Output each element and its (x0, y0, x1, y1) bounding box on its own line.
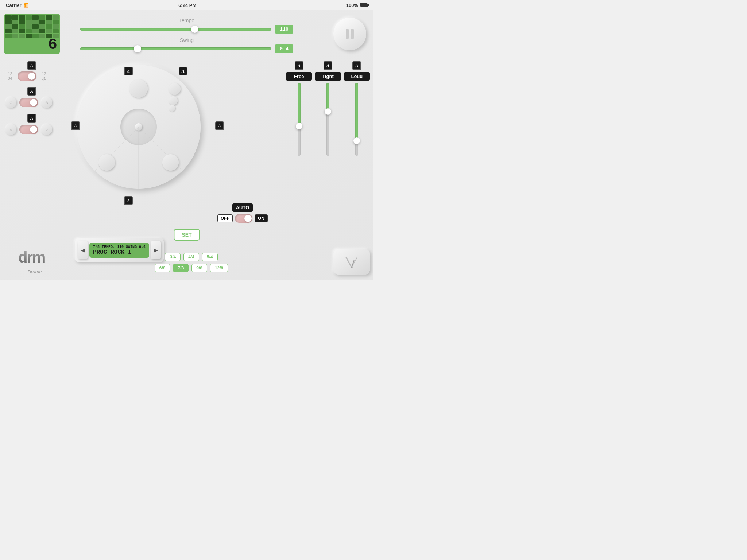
seq-cell[interactable] (12, 29, 19, 34)
loud-slider-track[interactable] (355, 83, 358, 156)
time-btn-9-8[interactable]: 9/8 (191, 264, 207, 272)
loud-column: A Loud (344, 61, 370, 156)
a-button-track3[interactable]: A (27, 114, 36, 122)
metronome-icon (342, 254, 361, 269)
svg-text:drm: drm (18, 249, 45, 266)
bottom-right-button[interactable] (333, 249, 370, 275)
app-background: 6 Tempo 110 Swing 0.4 A 1234 (0, 10, 374, 280)
a-button-bottom[interactable]: A (124, 196, 133, 205)
time-btn-12-8[interactable]: 12/8 (210, 264, 228, 272)
a-button-tight[interactable]: A (324, 61, 332, 70)
seq-cell[interactable] (39, 15, 46, 20)
a-button-right[interactable]: A (215, 121, 224, 130)
a-button-loud[interactable]: A (352, 61, 361, 70)
seq-cell[interactable] (12, 15, 19, 20)
pause-button[interactable] (333, 18, 366, 50)
drum-wheel[interactable] (77, 65, 201, 189)
seq-cell[interactable] (26, 15, 32, 20)
pause-bar-right (351, 29, 354, 39)
free-slider-track[interactable] (298, 83, 301, 156)
seq-cell[interactable] (5, 34, 12, 38)
seq-cell[interactable] (39, 29, 46, 34)
seq-cell[interactable] (53, 29, 59, 34)
seq-cell[interactable] (53, 24, 59, 29)
time-btn-6-8[interactable]: 6/8 (155, 264, 170, 272)
seq-cell[interactable] (46, 29, 52, 34)
free-slider-thumb[interactable] (296, 123, 302, 129)
tight-label[interactable]: Tight (315, 72, 341, 81)
carrier-info: Carrier 📶 (6, 3, 29, 8)
loud-slider-thumb[interactable] (353, 137, 360, 144)
tight-column: A Tight (315, 61, 341, 156)
drum-pad-tr-3[interactable] (169, 105, 175, 112)
seq-cell[interactable] (32, 20, 39, 24)
seq-cell[interactable] (53, 20, 59, 24)
loud-label[interactable]: Loud (344, 72, 370, 81)
off-label[interactable]: OFF (217, 214, 233, 222)
time-btn-5-4[interactable]: 5/4 (202, 253, 218, 261)
toggle-3[interactable] (19, 125, 38, 134)
seq-cell[interactable] (53, 15, 59, 20)
toggle-1[interactable] (18, 71, 36, 81)
seq-cell[interactable] (19, 34, 25, 38)
seq-cell[interactable] (39, 34, 46, 38)
seq-cell[interactable] (26, 24, 32, 29)
drum-pad-br[interactable] (162, 154, 179, 171)
seq-cell[interactable] (46, 24, 52, 29)
seq-cell[interactable] (5, 20, 12, 24)
swing-slider-thumb[interactable] (134, 45, 141, 52)
drum-icon-left-bot: ○ (5, 124, 16, 135)
seq-cell[interactable] (26, 20, 32, 24)
seq-cell[interactable] (19, 20, 25, 24)
time-btn-7-8[interactable]: 7/8 (173, 264, 189, 272)
a-button-top-right[interactable]: A (179, 67, 187, 75)
seq-cell[interactable] (32, 24, 39, 29)
a-button-track2[interactable]: A (27, 87, 36, 96)
seq-cell[interactable] (46, 20, 52, 24)
drum-pad-bl[interactable] (98, 154, 115, 171)
seq-cell[interactable] (5, 15, 12, 20)
seq-cell[interactable] (12, 34, 19, 38)
swing-slider-track[interactable] (80, 47, 271, 50)
time-signatures: 3/4 4/4 5/4 6/8 7/8 9/8 12/8 (77, 253, 306, 275)
seq-cell[interactable] (19, 15, 25, 20)
seq-cell[interactable] (12, 24, 19, 29)
auto-toggle[interactable] (235, 214, 252, 223)
time-row-1: 3/4 4/4 5/4 (77, 253, 306, 261)
seq-cell[interactable] (5, 29, 12, 34)
seq-cell[interactable] (26, 29, 32, 34)
drum-pad-tr-1[interactable] (169, 83, 181, 95)
seq-cell[interactable] (39, 20, 46, 24)
free-label[interactable]: Free (286, 72, 312, 81)
tight-slider-thumb[interactable] (325, 108, 331, 115)
seq-cell[interactable] (32, 29, 39, 34)
a-button-free[interactable]: A (295, 61, 303, 70)
seq-cell[interactable] (46, 15, 52, 20)
wifi-icon: 📶 (24, 3, 29, 8)
seq-cell[interactable] (32, 34, 39, 38)
seq-cell[interactable] (19, 29, 25, 34)
seq-cell[interactable] (39, 24, 46, 29)
toggle-2[interactable] (19, 98, 38, 107)
seq-cell[interactable] (32, 15, 39, 20)
a-button-top-left[interactable]: A (124, 67, 133, 75)
drum-pad-top[interactable] (129, 79, 148, 98)
seq-cell[interactable] (26, 34, 32, 38)
time-display: 6:24 PM (178, 3, 196, 8)
on-label[interactable]: ON (255, 214, 268, 222)
tempo-slider-track[interactable] (80, 28, 271, 31)
toggle-row-1: 1234 123Д (5, 71, 71, 81)
auto-button[interactable]: AUTO (232, 203, 253, 212)
drum-pad-tr-2[interactable] (169, 96, 178, 105)
a-button-track1[interactable]: A (27, 61, 36, 70)
seq-cell[interactable] (19, 24, 25, 29)
time-btn-3-4[interactable]: 3/4 (165, 253, 181, 261)
seq-cell[interactable] (5, 24, 12, 29)
drum-wheel-circle[interactable] (77, 65, 201, 189)
tempo-slider-thumb[interactable] (191, 26, 198, 33)
tight-slider-track[interactable] (326, 83, 329, 156)
right-panel: A Free A Tight A Loud (286, 61, 370, 156)
seq-cell[interactable] (12, 20, 19, 24)
a-button-left[interactable]: A (71, 121, 80, 130)
time-btn-4-4[interactable]: 4/4 (183, 253, 199, 261)
